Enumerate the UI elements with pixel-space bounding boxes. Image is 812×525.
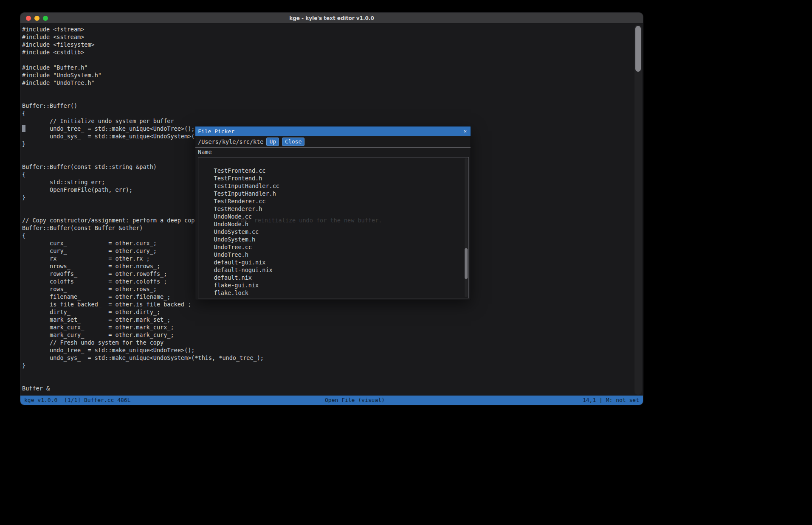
traffic-light-zoom-button[interactable] bbox=[43, 16, 48, 21]
path-row: /Users/kyle/src/kte Up Close bbox=[195, 136, 471, 148]
file-name: flake.nix bbox=[214, 297, 245, 298]
up-button[interactable]: Up bbox=[266, 138, 279, 146]
file-list: TestFrontend.cc TestFrontend.h TestInput… bbox=[198, 157, 469, 298]
dialog-titlebar[interactable]: File Picker ✕ bbox=[195, 126, 471, 136]
file-list-scrollbar-thumb[interactable] bbox=[465, 248, 468, 279]
file-name: UndoSystem.h bbox=[214, 236, 256, 243]
close-icon[interactable]: ✕ bbox=[464, 128, 467, 134]
file-name: UndoTree.h bbox=[214, 251, 248, 258]
current-path-label: /Users/kyle/src/kte bbox=[198, 138, 263, 145]
file-name: TestInputHandler.cc bbox=[214, 182, 279, 189]
traffic-light-close-button[interactable] bbox=[26, 16, 31, 21]
editor-scrollbar-thumb[interactable] bbox=[635, 26, 641, 72]
status-version-file: kge v1.0.0 [1/1] Buffer.cc 486L bbox=[24, 397, 130, 403]
file-name: UndoTree.cc bbox=[214, 244, 252, 250]
status-mode: Open File (visual) bbox=[325, 397, 385, 403]
titlebar[interactable]: kge - kyle's text editor v1.0.0 bbox=[20, 13, 643, 24]
traffic-light-minimize-button[interactable] bbox=[34, 16, 39, 21]
dialog-title: File Picker bbox=[198, 128, 234, 135]
file-name: default-nogui.nix bbox=[214, 267, 273, 273]
file-name: UndoNode.h bbox=[214, 221, 248, 227]
status-bar: kge v1.0.0 [1/1] Buffer.cc 486L Open Fil… bbox=[20, 396, 643, 405]
file-name: TestFrontend.cc bbox=[214, 167, 266, 174]
file-name: TestInputHandler.h bbox=[214, 190, 276, 197]
editor-scrollbar[interactable] bbox=[634, 25, 642, 395]
file-name: flake-gui.nix bbox=[214, 282, 259, 289]
file-picker-dialog: File Picker ✕ /Users/kyle/src/kte Up Clo… bbox=[195, 126, 471, 300]
file-item[interactable]: TestFrontend.cc bbox=[200, 159, 468, 167]
file-name: default-gui.nix bbox=[214, 259, 266, 266]
file-name: UndoNode.cc bbox=[214, 213, 252, 220]
close-button[interactable]: Close bbox=[282, 138, 304, 146]
status-cursor-position: 14,1 | M: not set bbox=[583, 397, 639, 403]
file-list-scrollbar[interactable] bbox=[465, 158, 468, 297]
traffic-lights bbox=[26, 16, 48, 21]
file-name: default.nix bbox=[214, 274, 252, 281]
text-cursor bbox=[22, 125, 25, 132]
file-name: TestFrontend.h bbox=[214, 175, 262, 182]
window-title: kge - kyle's text editor v1.0.0 bbox=[289, 15, 374, 21]
file-name: TestRenderer.cc bbox=[214, 198, 266, 205]
name-column-header: Name bbox=[195, 148, 471, 157]
file-name: flake.lock bbox=[214, 289, 248, 296]
file-name: UndoSystem.cc bbox=[214, 228, 259, 235]
file-name: TestRenderer.h bbox=[214, 205, 262, 212]
